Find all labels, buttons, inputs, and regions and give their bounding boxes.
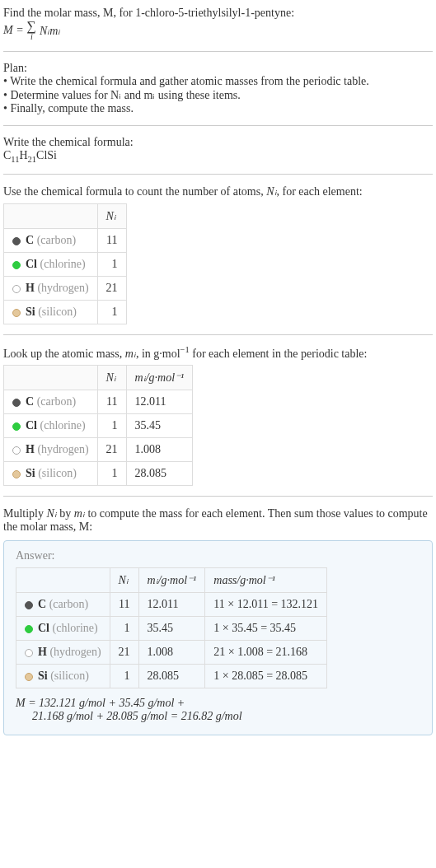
element-symbol: C: [26, 234, 34, 246]
intro-text: Find the molar mass, M, for 1-chloro-5-t…: [3, 7, 433, 20]
value-cell: 1: [110, 617, 138, 641]
value-cell: 1: [97, 300, 126, 324]
element-cell: Cl (chlorine): [4, 414, 98, 438]
c-dot-icon: [12, 399, 21, 407]
element-symbol: Si: [26, 306, 35, 318]
value-cell: 11 × 12.011 = 132.121: [205, 593, 327, 617]
value-cell: 28.085: [138, 665, 205, 688]
table-row: Si (silicon)1: [4, 300, 127, 324]
intro-formula: M = ∑ i Nᵢmᵢ: [3, 20, 433, 41]
table-row: H (hydrogen)211.00821 × 1.008 = 21.168: [16, 641, 327, 665]
chem-formula-section: Write the chemical formula: C11H21ClSi: [3, 133, 433, 167]
element-symbol: H: [38, 646, 47, 658]
table-row: H (hydrogen)211.008: [4, 438, 193, 462]
table-header: Nᵢ: [97, 366, 126, 390]
lookup-section: Look up the atomic mass, mᵢ, in g·mol−1 …: [3, 342, 433, 490]
element-symbol: Cl: [38, 622, 49, 634]
element-cell: C (carbon): [16, 593, 110, 617]
table-header: [16, 568, 110, 593]
table-row: H (hydrogen)21: [4, 276, 127, 300]
h-dot-icon: [12, 446, 21, 455]
table-row: Si (silicon)128.0851 × 28.085 = 28.085: [16, 665, 327, 688]
chem-formula: C11H21ClSi: [3, 149, 433, 164]
value-cell: 1.008: [126, 438, 193, 462]
element-symbol: C: [26, 395, 34, 408]
element-cell: Cl (chlorine): [4, 252, 98, 276]
plan-item: • Write the chemical formula and gather …: [3, 75, 433, 88]
cl-dot-icon: [25, 625, 33, 633]
h-dot-icon: [25, 649, 33, 657]
element-cell: H (hydrogen): [4, 276, 98, 300]
element-symbol: Cl: [26, 258, 37, 270]
element-symbol: C: [38, 598, 46, 610]
count-table: NᵢC (carbon)11Cl (chlorine)1H (hydrogen)…: [3, 203, 127, 324]
divider: [3, 174, 433, 175]
element-cell: Si (silicon): [16, 665, 110, 688]
table-row: Si (silicon)128.085: [4, 462, 193, 486]
element-name: (carbon): [49, 598, 88, 610]
element-name: (chlorine): [40, 258, 86, 270]
value-cell: 21 × 1.008 = 21.168: [205, 641, 327, 665]
chem-rest: ClSi: [36, 149, 57, 161]
c-dot-icon: [12, 237, 21, 245]
plan-item: • Determine values for Nᵢ and mᵢ using t…: [3, 88, 433, 102]
formula-rhs: Nᵢmᵢ: [40, 24, 60, 38]
multiply-section: Multiply Nᵢ by mᵢ to compute the mass fo…: [3, 503, 433, 537]
element-cell: Si (silicon): [4, 300, 98, 324]
divider: [3, 125, 433, 126]
value-cell: 1: [97, 414, 126, 438]
table-header: [4, 203, 98, 228]
element-name: (hydrogen): [49, 646, 101, 658]
value-cell: 11: [110, 593, 138, 617]
chem-c-sub: 11: [11, 155, 19, 164]
chem-formula-heading: Write the chemical formula:: [3, 136, 433, 149]
cl-dot-icon: [12, 261, 21, 269]
value-cell: 35.45: [126, 414, 193, 438]
table-row: C (carbon)1112.01111 × 12.011 = 132.121: [16, 593, 327, 617]
answer-label: Answer:: [16, 549, 420, 562]
final-equation: M = 132.121 g/mol + 35.45 g/mol + 21.168…: [16, 697, 420, 723]
element-name: (chlorine): [40, 419, 86, 432]
value-cell: 28.085: [126, 462, 193, 486]
divider: [3, 51, 433, 52]
value-cell: 35.45: [138, 617, 205, 641]
element-symbol: H: [26, 443, 35, 455]
plan-heading: Plan:: [3, 62, 433, 75]
multiply-text: Multiply Nᵢ by mᵢ to compute the mass fo…: [3, 506, 433, 534]
value-cell: 1: [97, 462, 126, 486]
table-header: mᵢ/g·mol⁻¹: [138, 568, 205, 593]
value-cell: 1.008: [138, 641, 205, 665]
element-cell: H (hydrogen): [4, 438, 98, 462]
plan-section: Plan: • Write the chemical formula and g…: [3, 58, 433, 119]
sigma-icon: ∑ i: [27, 20, 36, 41]
element-name: (chlorine): [53, 622, 98, 634]
element-name: (silicon): [50, 670, 89, 682]
table-row: C (carbon)11: [4, 228, 127, 252]
chem-h-sub: 21: [28, 155, 37, 164]
value-cell: 1 × 28.085 = 28.085: [205, 665, 327, 688]
element-name: (hydrogen): [37, 282, 88, 294]
table-header: Nᵢ: [97, 203, 126, 228]
formula-lhs: M =: [3, 24, 24, 37]
c-dot-icon: [25, 601, 33, 609]
plan-item: • Finally, compute the mass.: [3, 102, 433, 115]
value-cell: 21: [110, 641, 138, 665]
element-name: (carbon): [37, 234, 76, 246]
count-section: Use the chemical formula to count the nu…: [3, 181, 433, 328]
element-cell: H (hydrogen): [16, 641, 110, 665]
chem-c: C: [3, 149, 11, 161]
lookup-heading: Look up the atomic mass, mᵢ, in g·mol−1 …: [3, 345, 433, 361]
chem-h: H: [19, 149, 27, 161]
divider: [3, 496, 433, 497]
element-cell: Si (silicon): [4, 462, 98, 486]
table-row: C (carbon)1112.011: [4, 390, 193, 414]
table-header: mᵢ/g·mol⁻¹: [126, 366, 193, 390]
table-header: Nᵢ: [110, 568, 138, 593]
element-symbol: Si: [26, 467, 35, 479]
element-symbol: Cl: [26, 419, 37, 432]
value-cell: 11: [97, 228, 126, 252]
element-symbol: Si: [38, 670, 48, 682]
table-row: Cl (chlorine)1: [4, 252, 127, 276]
table-row: Cl (chlorine)135.45: [4, 414, 193, 438]
lookup-table: Nᵢmᵢ/g·mol⁻¹C (carbon)1112.011Cl (chlori…: [3, 365, 193, 486]
